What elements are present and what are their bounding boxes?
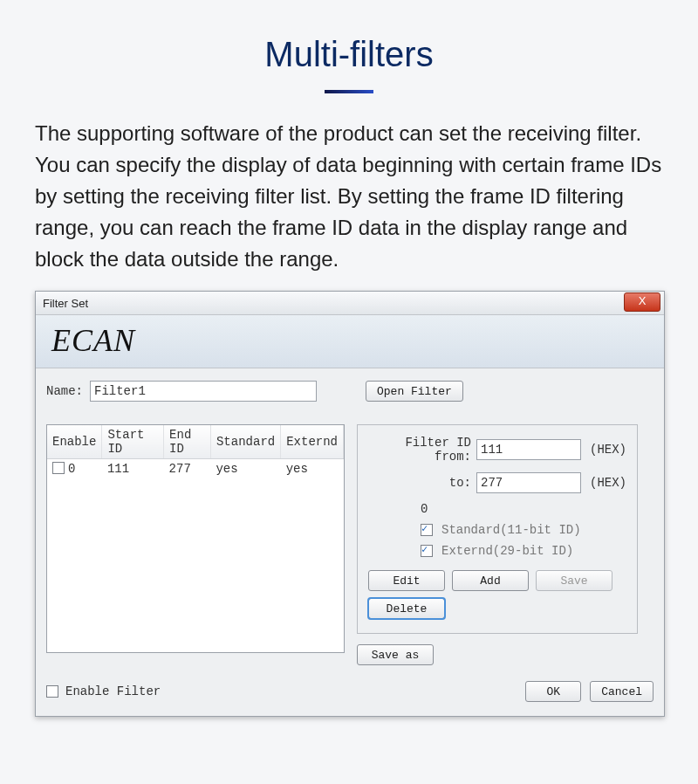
name-input[interactable] (90, 381, 317, 402)
row-externd: yes (281, 459, 344, 479)
filter-table-header[interactable]: Enable (47, 425, 102, 459)
filter-edit-panel: Filter ID from: (HEX) to: (HEX) 0 (357, 424, 638, 634)
row-enable-checkbox[interactable] (52, 462, 65, 474)
brand-logo-text: ECAN (51, 323, 135, 358)
close-button[interactable]: X (624, 292, 660, 312)
table-row[interactable]: 0 111 277 yes yes (47, 459, 344, 479)
open-filter-button[interactable]: Open Filter (366, 381, 463, 402)
standard-id-checkbox[interactable] (421, 524, 433, 536)
save-as-button[interactable]: Save as (357, 644, 434, 665)
filter-id-to-input[interactable] (476, 472, 581, 493)
add-button[interactable]: Add (452, 570, 529, 591)
externd-id-checkbox[interactable] (421, 545, 433, 557)
filter-table[interactable]: Enable Start ID End ID Standard Externd … (46, 424, 345, 653)
standard-id-label: Standard(11-bit ID) (441, 523, 581, 537)
filter-table-header[interactable]: Standard (210, 425, 280, 459)
filter-table-header[interactable]: Start ID (102, 425, 164, 459)
edit-button[interactable]: Edit (368, 570, 445, 591)
hex-suffix: (HEX) (590, 443, 626, 457)
externd-id-label: Externd(29-bit ID) (441, 544, 573, 558)
cancel-button[interactable]: Cancel (590, 681, 654, 702)
name-label: Name: (46, 384, 83, 398)
dialog-titlebar[interactable]: Filter Set X (36, 292, 664, 315)
zero-indicator: 0 (368, 502, 626, 516)
delete-button[interactable]: Delete (368, 598, 445, 619)
dialog-title: Filter Set (41, 297, 88, 310)
hex-suffix: (HEX) (590, 476, 626, 490)
row-standard: yes (210, 459, 280, 479)
filter-id-to-label: to: (368, 476, 471, 490)
filter-id-from-label: Filter ID from: (368, 436, 471, 464)
enable-filter-checkbox[interactable] (46, 685, 58, 698)
page-title: Multi-filters (35, 35, 663, 74)
enable-filter-label: Enable Filter (65, 684, 161, 698)
row-end-id: 277 (164, 459, 211, 479)
filter-table-header-row: Enable Start ID End ID Standard Externd (47, 425, 344, 459)
row-start-id: 111 (102, 459, 164, 479)
save-button[interactable]: Save (536, 570, 612, 591)
row-enable-text: 0 (68, 462, 75, 476)
title-underline (325, 90, 373, 93)
filter-id-from-input[interactable] (476, 439, 581, 460)
filter-set-dialog: Filter Set X ECAN Name: Open Filter (35, 291, 665, 717)
page-description: The supporting software of the product c… (35, 118, 663, 275)
filter-table-header[interactable]: Externd (281, 425, 344, 459)
ok-button[interactable]: OK (525, 681, 581, 702)
brand-bar: ECAN (36, 315, 664, 368)
filter-table-header[interactable]: End ID (164, 425, 211, 459)
